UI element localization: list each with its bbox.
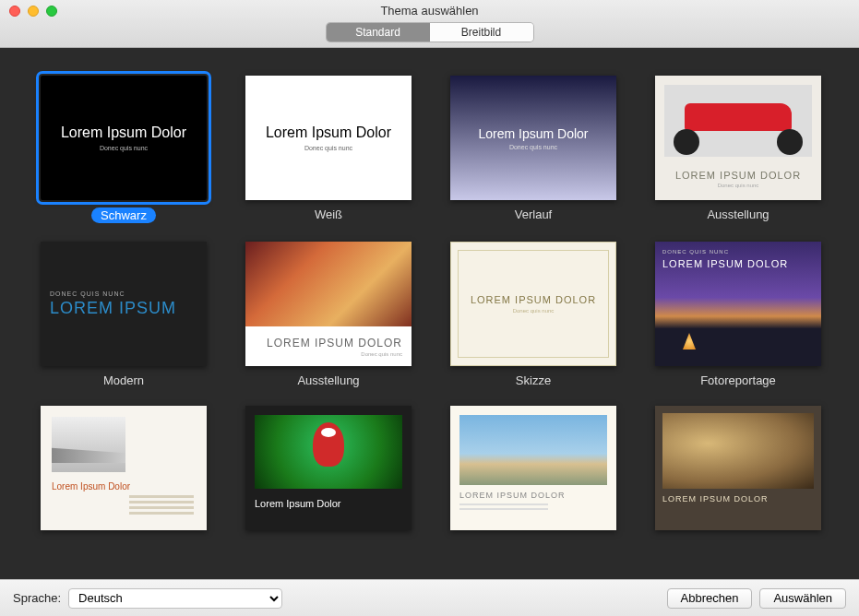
- theme-thumbnail: LOREM IPSUM DOLOR: [450, 406, 616, 530]
- thumb-title: LOREM IPSUM DOLOR: [459, 491, 607, 500]
- parrot-image-icon: [255, 415, 402, 489]
- thumb-subtitle: DONEC QUIS NUNC: [50, 290, 197, 297]
- thumb-title: LOREM IPSUM DOLOR: [267, 337, 402, 349]
- thumb-title: Lorem Ipsum Dolor: [255, 498, 402, 509]
- window-controls: [9, 6, 57, 17]
- theme-fotoreportage[interactable]: DONEC QUIS NUNC LOREM IPSUM DOLOR Fotore…: [655, 242, 821, 387]
- thumb-subtitle: Donec quis nunc: [509, 144, 557, 150]
- theme-label: Verlauf: [515, 207, 552, 221]
- thumb-title: Lorem Ipsum Dolor: [61, 124, 186, 141]
- zoom-icon[interactable]: [46, 6, 57, 17]
- aspect-ratio-tabs: Standard Breitbild: [327, 23, 533, 41]
- theme-thumbnail: Lorem Ipsum Dolor Donec quis nunc: [41, 76, 207, 200]
- close-icon[interactable]: [9, 6, 20, 17]
- thumb-title: LOREM IPSUM DOLOR: [471, 294, 596, 305]
- thumb-title: Lorem Ipsum Dolor: [478, 126, 588, 141]
- thumb-subtitle: Donec quis nunc: [304, 145, 352, 151]
- theme-row3-a[interactable]: Lorem Ipsum Dolor: [41, 406, 207, 530]
- theme-label: Schwarz: [91, 207, 156, 223]
- theme-verlauf[interactable]: Lorem Ipsum Dolor Donec quis nunc Verlau…: [450, 76, 616, 223]
- thumb-title: Lorem Ipsum Dolor: [266, 124, 391, 141]
- thumb-subtitle: Donec quis nunc: [361, 351, 402, 357]
- theme-thumbnail: Lorem Ipsum Dolor Donec quis nunc: [450, 76, 616, 200]
- thumb-subtitle: DONEC QUIS NUNC: [662, 249, 729, 255]
- bridge-image-icon: [52, 417, 125, 472]
- theme-row3-c[interactable]: LOREM IPSUM DOLOR: [450, 406, 616, 530]
- theme-thumbnail: Lorem Ipsum Dolor: [245, 406, 412, 530]
- footer-bar: Sprache: Deutsch Abbrechen Auswählen: [0, 579, 859, 616]
- thumb-title: Lorem Ipsum Dolor: [52, 481, 196, 492]
- theme-row3-b[interactable]: Lorem Ipsum Dolor: [245, 406, 412, 530]
- choose-button[interactable]: Auswählen: [759, 588, 846, 609]
- theme-label: Fotoreportage: [700, 373, 776, 387]
- motorcycle-icon: [664, 85, 812, 157]
- theme-label: Ausstellung: [297, 373, 359, 387]
- theme-schwarz[interactable]: Lorem Ipsum Dolor Donec quis nunc Schwar…: [41, 76, 207, 223]
- theme-thumbnail: LOREM IPSUM DOLOR Donec quis nunc: [450, 242, 616, 366]
- theme-modern[interactable]: DONEC QUIS NUNC LOREM IPSUM Modern: [41, 242, 207, 387]
- thumb-subtitle: Donec quis nunc: [100, 145, 148, 151]
- tab-wide[interactable]: Breitbild: [430, 23, 533, 41]
- language-select[interactable]: Deutsch: [68, 588, 282, 609]
- tab-standard[interactable]: Standard: [327, 23, 430, 41]
- theme-thumbnail: LOREM IPSUM DOLOR Donec quis nunc: [245, 242, 412, 366]
- theme-label: Modern: [103, 373, 144, 387]
- minimize-icon[interactable]: [28, 6, 39, 17]
- window-title: Thema auswählen: [380, 4, 478, 18]
- theme-gallery: Lorem Ipsum Dolor Donec quis nunc Schwar…: [0, 48, 859, 579]
- thumb-title: LOREM IPSUM: [50, 299, 197, 318]
- pottery-image-icon: [662, 413, 814, 489]
- theme-ausstellung-2[interactable]: LOREM IPSUM DOLOR Donec quis nunc Ausste…: [245, 242, 412, 387]
- theme-thumbnail: DONEC QUIS NUNC LOREM IPSUM: [41, 242, 207, 366]
- thumb-title: LOREM IPSUM DOLOR: [662, 494, 814, 503]
- thumb-subtitle: Donec quis nunc: [513, 308, 555, 314]
- theme-skizze[interactable]: LOREM IPSUM DOLOR Donec quis nunc Skizze: [450, 242, 616, 387]
- titlebar: Thema auswählen Standard Breitbild: [0, 0, 859, 48]
- thumb-subtitle: Donec quis nunc: [718, 183, 759, 188]
- thumb-title: LOREM IPSUM DOLOR: [675, 170, 801, 181]
- abstract-image-icon: [245, 242, 412, 326]
- theme-weiss[interactable]: Lorem Ipsum Dolor Donec quis nunc Weiß: [245, 76, 412, 223]
- theme-label: Weiß: [315, 207, 342, 221]
- theme-ausstellung-1[interactable]: LOREM IPSUM DOLOR Donec quis nunc Ausste…: [655, 76, 821, 223]
- language-label: Sprache:: [13, 591, 61, 605]
- theme-thumbnail: Lorem Ipsum Dolor: [41, 406, 207, 530]
- thumb-title: LOREM IPSUM DOLOR: [662, 258, 788, 269]
- theme-thumbnail: DONEC QUIS NUNC LOREM IPSUM DOLOR: [655, 242, 821, 366]
- theme-thumbnail: Lorem Ipsum Dolor Donec quis nunc: [245, 76, 412, 200]
- cancel-button[interactable]: Abbrechen: [667, 588, 753, 609]
- theme-thumbnail: LOREM IPSUM DOLOR Donec quis nunc: [655, 76, 821, 200]
- theme-row3-d[interactable]: LOREM IPSUM DOLOR: [655, 406, 821, 530]
- theme-thumbnail: LOREM IPSUM DOLOR: [655, 406, 821, 530]
- theme-label: Ausstellung: [707, 207, 769, 221]
- coast-image-icon: [459, 415, 607, 485]
- theme-label: Skizze: [516, 373, 551, 387]
